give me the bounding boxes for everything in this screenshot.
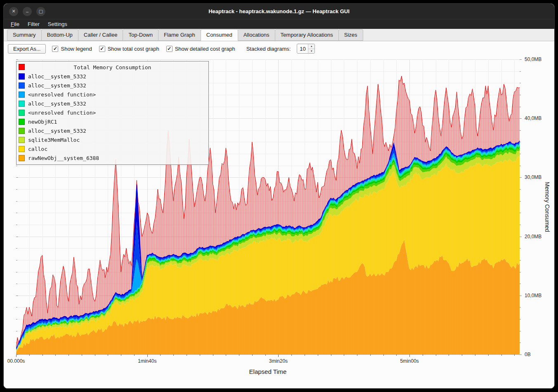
minimize-button[interactable]: – (23, 7, 32, 16)
y-axis-tick-label: 0B (525, 352, 531, 357)
spin-up-icon[interactable]: ▲ (308, 44, 314, 49)
chart-region: Total Memory Consumptionalloc__system_53… (4, 56, 554, 388)
close-button[interactable]: ✕ (9, 7, 18, 16)
legend-item: sqlite3MemMalloc (17, 135, 208, 144)
legend-item: alloc__system_5332 (17, 81, 208, 90)
legend-item: alloc__system_5332 (17, 126, 208, 135)
window-controls: ✕–▢ (9, 7, 45, 16)
checkbox-label: Show legend (61, 46, 92, 52)
legend-label: <unresolved function> (28, 92, 96, 98)
legend-swatch (19, 119, 25, 125)
y-axis-tick-label: 20,0MB (525, 234, 541, 239)
y-axis-title: Memory Consumed (543, 59, 552, 354)
legend-label: sqlite3MemMalloc (28, 137, 80, 143)
window-title: Heaptrack - heaptrack.wakunode.1.gz — He… (4, 8, 554, 14)
menu-filter[interactable]: Filter (24, 20, 43, 28)
legend-swatch (19, 137, 25, 143)
tab-bottom-up[interactable]: Bottom-Up (41, 29, 78, 41)
y-axis-tick-label: 10,0MB (525, 293, 541, 298)
maximize-button[interactable]: ▢ (36, 7, 45, 16)
checkbox-check-icon[interactable]: ✓ (99, 46, 105, 52)
chart-legend: Total Memory Consumptionalloc__system_53… (16, 61, 209, 165)
legend-label: alloc__system_5332 (28, 101, 86, 107)
toolbar-checkboxes: ✓Show legend✓Show total cost graph✓Show … (52, 46, 235, 52)
tab-consumed[interactable]: Consumed (201, 29, 238, 41)
tab-summary[interactable]: Summary (7, 29, 42, 41)
checkbox-show-legend[interactable]: ✓Show legend (52, 46, 92, 52)
legend-item: <unresolved function> (17, 90, 208, 99)
legend-item: calloc (17, 144, 208, 153)
menu-file[interactable]: File (7, 20, 23, 28)
toolbar: Export As... ✓Show legend✓Show total cos… (4, 41, 554, 56)
legend-swatch (19, 92, 25, 98)
legend-swatch (19, 73, 25, 80)
x-axis-tick-label: 5min00s (400, 358, 418, 364)
checkbox-check-icon[interactable]: ✓ (52, 46, 58, 52)
legend-item: rawNewObj__system_6388 (17, 153, 208, 162)
legend-swatch (19, 82, 25, 89)
legend-swatch (19, 110, 25, 116)
stacked-diagrams-value[interactable]: 10 (297, 44, 308, 53)
tab-flame-graph[interactable]: Flame Graph (158, 29, 201, 41)
legend-label: alloc__system_5332 (28, 73, 86, 80)
legend-label: alloc__system_5332 (28, 82, 86, 89)
legend-swatch (19, 155, 25, 161)
tab-top-down[interactable]: Top-Down (123, 29, 158, 41)
app-window: ✕–▢ Heaptrack - heaptrack.wakunode.1.gz … (3, 3, 555, 389)
legend-label: calloc (28, 146, 47, 152)
checkbox-label: Show detailed cost graph (175, 46, 235, 52)
legend-title-row: Total Memory Consumption (17, 63, 208, 72)
legend-label: <unresolved function> (28, 110, 96, 116)
legend-label: rawNewObj__system_6388 (28, 155, 99, 161)
export-as-button[interactable]: Export As... (8, 44, 46, 54)
legend-swatch (19, 64, 25, 70)
y-axis-tick-label: 30,0MB (525, 174, 541, 180)
y-axis-tick-label: 40,0MB (525, 115, 541, 121)
tab-temporary-allocations[interactable]: Temporary Allocations (275, 29, 339, 41)
tab-allocations[interactable]: Allocations (238, 29, 275, 41)
legend-swatch (19, 128, 25, 134)
titlebar: ✕–▢ Heaptrack - heaptrack.wakunode.1.gz … (4, 4, 554, 19)
tab-sizes[interactable]: Sizes (338, 29, 363, 41)
menu-settings[interactable]: Settings (44, 20, 71, 28)
checkbox-label: Show total cost graph (108, 46, 159, 52)
legend-title: Total Memory Consumption (74, 64, 151, 70)
legend-item: newObjRC1 (17, 117, 208, 126)
checkbox-show-total-cost-graph[interactable]: ✓Show total cost graph (99, 46, 159, 52)
spin-down-icon[interactable]: ▼ (308, 49, 314, 54)
legend-label: alloc__system_5332 (28, 128, 86, 134)
legend-swatch (19, 101, 25, 107)
legend-item: alloc__system_5332 (17, 72, 208, 81)
x-axis-tick-label: 1min40s (138, 358, 156, 364)
x-axis-title: Elapsed Time (249, 368, 287, 375)
y-axis-tick-label: 50,0MB (525, 56, 541, 62)
spinbox-buttons: ▲ ▼ (308, 44, 314, 53)
checkbox-show-detailed-cost-graph[interactable]: ✓Show detailed cost graph (166, 46, 235, 52)
legend-item: <unresolved function> (17, 108, 208, 117)
stacked-diagrams-spinbox[interactable]: 10 ▲ ▼ (297, 44, 315, 54)
tab-caller-callee[interactable]: Caller / Callee (78, 29, 123, 41)
tab-bar: SummaryBottom-UpCaller / CalleeTop-DownF… (4, 29, 554, 41)
x-axis-tick-label: 00.000s (7, 358, 25, 364)
legend-label: newObjRC1 (28, 119, 57, 125)
x-axis-tick-label: 3min20s (269, 358, 288, 364)
menubar: FileFilterSettings (4, 19, 554, 29)
stacked-diagrams-label: Stacked diagrams: (246, 46, 291, 52)
legend-item: alloc__system_5332 (17, 99, 208, 108)
checkbox-check-icon[interactable]: ✓ (166, 46, 173, 52)
legend-swatch (19, 146, 25, 152)
